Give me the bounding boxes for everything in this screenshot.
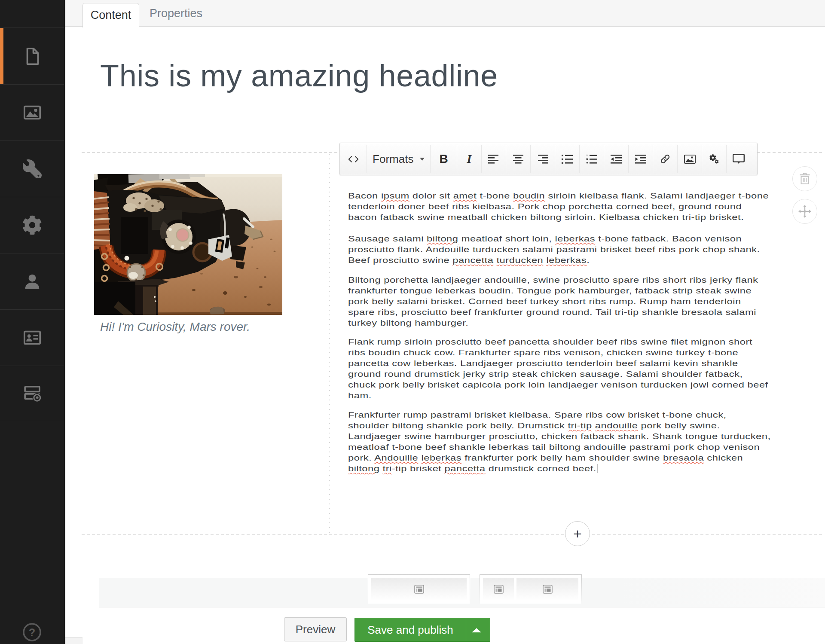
svg-text:?: ?: [29, 626, 35, 638]
